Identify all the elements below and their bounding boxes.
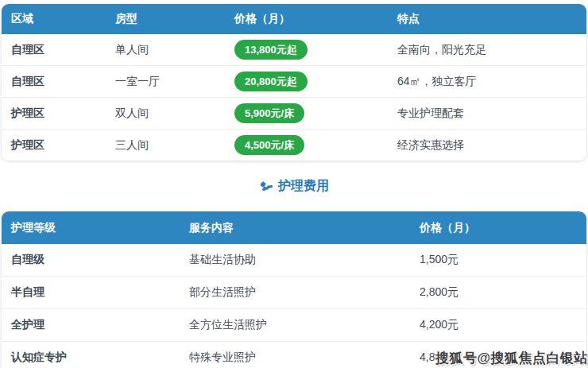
table-row: 护理区 三人间 4,500元/床 经济实惠选择 bbox=[2, 129, 586, 161]
care-header-service: 服务内容 bbox=[180, 211, 410, 244]
area-cell: 护理区 bbox=[2, 97, 106, 129]
room-type-cell: 单人间 bbox=[106, 34, 225, 65]
feature-cell: 经济实惠选择 bbox=[388, 129, 586, 161]
care-header-level: 护理等级 bbox=[2, 211, 180, 244]
level-cell: 半自理 bbox=[2, 276, 180, 308]
room-type-cell: 三人间 bbox=[106, 129, 225, 161]
area-cell: 护理区 bbox=[2, 129, 106, 161]
price-cell: 13,800元起 bbox=[225, 34, 388, 65]
feature-cell: 专业护理配套 bbox=[388, 97, 586, 129]
service-cell: 部分生活照护 bbox=[180, 276, 410, 308]
feature-cell: 64㎡，独立客厅 bbox=[388, 65, 586, 97]
service-cell: 全方位生活照护 bbox=[180, 308, 410, 341]
room-header-area: 区域 bbox=[2, 4, 106, 34]
area-cell: 自理区 bbox=[2, 65, 106, 97]
room-price-table: 区域 房型 价格（月） 特点 自理区 单人间 13,800元起 全南向，阳光充足… bbox=[2, 4, 586, 161]
price-cell: 1,500元 bbox=[410, 244, 586, 276]
table-row: 自理区 单人间 13,800元起 全南向，阳光充足 bbox=[2, 34, 586, 65]
hands-helping-icon bbox=[259, 180, 273, 194]
care-table-header-row: 护理等级 服务内容 价格（月） bbox=[2, 211, 586, 244]
room-type-cell: 双人间 bbox=[106, 97, 225, 129]
price-cell: 4,200元 bbox=[410, 308, 586, 341]
care-header-price: 价格（月） bbox=[410, 211, 586, 244]
price-cell: 4,500元/床 bbox=[225, 129, 388, 161]
room-header-feature: 特点 bbox=[388, 4, 586, 34]
room-header-price: 价格（月） bbox=[225, 4, 388, 34]
watermark: 搜狐号@搜狐焦点白银站 bbox=[435, 349, 588, 367]
care-fee-table: 护理等级 服务内容 价格（月） 自理级 基础生活协助 1,500元 半自理 部分… bbox=[2, 211, 586, 368]
level-cell: 认知症专护 bbox=[2, 341, 180, 368]
price-cell: 20,800元起 bbox=[225, 65, 388, 97]
table-row: 护理区 双人间 5,900元/床 专业护理配套 bbox=[2, 97, 586, 129]
section-heading-label: 护理费用 bbox=[278, 178, 329, 195]
table-row: 自理级 基础生活协助 1,500元 bbox=[2, 244, 586, 276]
service-cell: 特殊专业照护 bbox=[180, 341, 410, 368]
price-cell: 5,900元/床 bbox=[225, 97, 388, 129]
room-type-cell: 一室一厅 bbox=[106, 65, 225, 97]
service-cell: 基础生活协助 bbox=[180, 244, 410, 276]
table-row: 半自理 部分生活照护 2,800元 bbox=[2, 276, 586, 308]
feature-cell: 全南向，阳光充足 bbox=[388, 34, 586, 65]
price-badge: 4,500元/床 bbox=[234, 135, 304, 155]
price-cell: 2,800元 bbox=[410, 276, 586, 308]
price-badge: 13,800元起 bbox=[234, 40, 308, 60]
price-badge: 20,800元起 bbox=[234, 72, 308, 91]
area-cell: 自理区 bbox=[2, 34, 106, 65]
room-table-header-row: 区域 房型 价格（月） 特点 bbox=[2, 4, 586, 34]
room-header-type: 房型 bbox=[106, 4, 225, 34]
table-row: 全护理 全方位生活照护 4,200元 bbox=[2, 308, 586, 341]
level-cell: 全护理 bbox=[2, 308, 180, 341]
section-heading: 护理费用 bbox=[0, 178, 588, 195]
price-badge: 5,900元/床 bbox=[234, 103, 304, 123]
page: 区域 房型 价格（月） 特点 自理区 单人间 13,800元起 全南向，阳光充足… bbox=[0, 0, 588, 368]
level-cell: 自理级 bbox=[2, 244, 180, 276]
table-row: 自理区 一室一厅 20,800元起 64㎡，独立客厅 bbox=[2, 65, 586, 97]
